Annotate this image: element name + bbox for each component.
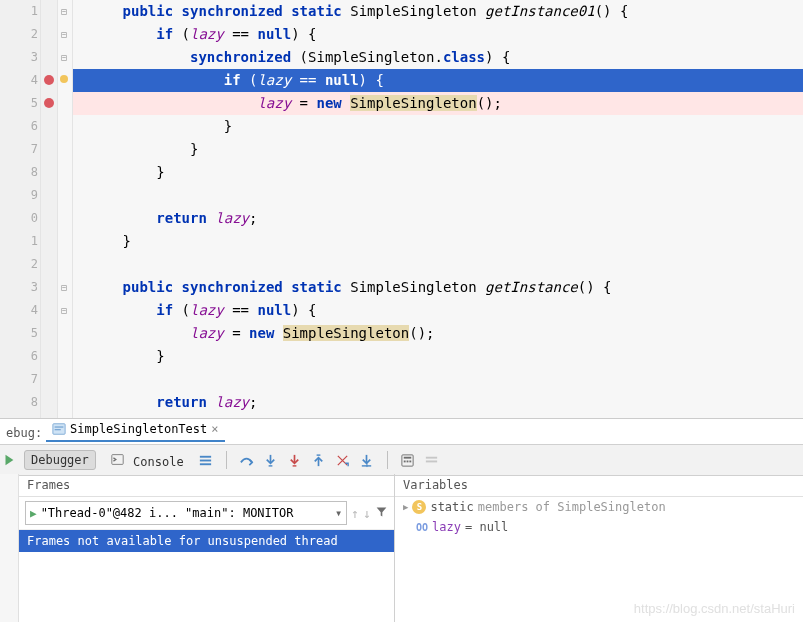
prev-frame-icon[interactable]: ↑ [351,506,359,521]
svg-rect-5 [200,459,211,461]
svg-rect-16 [409,460,411,462]
svg-rect-18 [426,460,437,462]
svg-rect-13 [404,456,412,458]
svg-rect-11 [367,463,368,467]
frames-unavailable-message: Frames not available for unsuspended thr… [19,530,394,552]
code-area[interactable]: public synchronized static SimpleSinglet… [72,0,803,418]
console-tab[interactable]: Console [104,449,190,471]
thread-selector[interactable]: ▶ "Thread-0"@482 i... "main": MONITOR ▾ [25,501,347,525]
rerun-icon[interactable] [1,452,17,468]
debug-session-name: SimpleSingletonTest [70,422,207,436]
next-frame-icon[interactable]: ↓ [363,506,371,521]
fold-gutter[interactable]: ⊟ ⊟ ⊟ ⊟ ⊟ [58,0,72,418]
execution-point-icon [60,75,68,83]
debug-toolbar: Debugger Console [0,444,803,476]
breakpoint-icon[interactable] [44,75,54,85]
object-badge-icon: OO [416,522,428,533]
svg-rect-17 [426,456,437,458]
console-icon [110,451,126,467]
execution-line: if (lazy == null) { [72,69,803,92]
chevron-down-icon[interactable]: ▾ [335,506,342,520]
static-badge-icon: S [412,500,426,514]
debug-side-toolbar [0,474,19,622]
step-out-icon[interactable] [311,452,327,468]
debugger-tab[interactable]: Debugger [24,450,96,470]
evaluate-expression-icon[interactable] [400,452,416,468]
variable-row[interactable]: ▶ S static members of SimpleSingleton [395,497,803,517]
debug-session-tab[interactable]: SimpleSingletonTest × [46,418,225,442]
breakpoint-gutter[interactable] [41,0,58,418]
svg-rect-15 [407,460,409,462]
fold-handle-icon[interactable]: ⊟ [61,282,67,293]
run-to-cursor-icon[interactable] [359,452,375,468]
fold-handle-icon[interactable]: ⊟ [61,6,67,17]
svg-rect-14 [404,460,406,462]
fold-handle-icon[interactable]: ⊟ [61,29,67,40]
debug-toolwindow-label: ebug: [0,423,48,443]
svg-rect-7 [269,465,273,466]
code-editor[interactable]: 1 2 3 4 5 6 7 8 9 0 1 2 3 4 5 6 7 8 ⊟ ⊟ … [0,0,803,419]
threads-icon[interactable] [198,452,214,468]
svg-rect-2 [55,429,61,430]
variables-pane: Variables ▶ S static members of SimpleSi… [395,474,803,622]
expand-icon[interactable]: ▶ [403,502,408,512]
thread-name: "Thread-0"@482 i... "main": MONITOR [41,506,294,520]
run-config-icon [52,422,66,436]
thread-running-icon: ▶ [30,507,37,520]
frames-header: Frames [19,474,394,497]
frames-pane: Frames ▶ "Thread-0"@482 i... "main": MON… [19,474,395,622]
svg-rect-3 [112,454,123,464]
svg-rect-6 [200,463,211,465]
close-icon[interactable]: × [211,422,218,436]
line-number-gutter: 1 2 3 4 5 6 7 8 9 0 1 2 3 4 5 6 7 8 [0,0,41,418]
drop-frame-icon[interactable] [335,452,351,468]
force-step-into-icon[interactable] [287,452,303,468]
step-over-icon[interactable] [239,452,255,468]
watermark-text: https://blog.csdn.net/staHuri [634,601,795,616]
svg-rect-8 [293,465,297,466]
svg-rect-1 [55,426,64,427]
fold-handle-icon[interactable]: ⊟ [61,305,67,316]
breakpoint-icon[interactable] [44,98,54,108]
filter-icon[interactable] [375,505,388,521]
fold-handle-icon[interactable]: ⊟ [61,52,67,63]
step-into-icon[interactable] [263,452,279,468]
svg-rect-9 [317,454,321,455]
variables-header: Variables [395,474,803,497]
trace-current-stream-icon [424,452,440,468]
variable-row[interactable]: OO lazy = null [395,517,803,537]
svg-rect-4 [200,455,211,457]
